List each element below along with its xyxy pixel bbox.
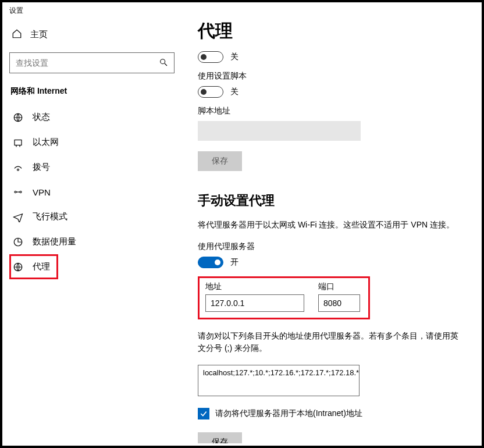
home-icon (12, 29, 22, 41)
sidebar-item-ethernet[interactable]: 以太网 (9, 130, 175, 155)
bypass-desc: 请勿对以下列条目开头的地址使用代理服务器。若有多个条目，请使用英文分号 (;) … (198, 330, 461, 354)
sidebar-item-label: 代理 (33, 261, 50, 272)
manual-proxy-desc: 将代理服务器用于以太网或 Wi-Fi 连接。这些设置不适用于 VPN 连接。 (198, 219, 461, 231)
svg-rect-3 (15, 140, 22, 145)
save-script-button[interactable]: 保存 (198, 151, 242, 171)
search-icon (159, 58, 168, 69)
dialup-icon (13, 162, 23, 173)
svg-point-7 (15, 191, 16, 193)
sidebar-item-airplane[interactable]: 飞行模式 (9, 204, 175, 229)
sidebar-item-label: VPN (33, 187, 51, 197)
sidebar-item-label: 数据使用量 (33, 236, 76, 247)
sidebar-item-data-usage[interactable]: 数据使用量 (9, 229, 175, 254)
sidebar-item-label: 飞行模式 (33, 211, 67, 222)
sidebar-item-dialup[interactable]: 拨号 (9, 155, 175, 180)
ethernet-icon (13, 137, 23, 148)
sidebar-item-proxy[interactable]: 代理 (9, 254, 58, 279)
use-proxy-label: 使用代理服务器 (198, 241, 461, 252)
vpn-icon (13, 187, 23, 197)
script-toggle-row: 关 (198, 86, 461, 98)
sidebar-item-label: 拨号 (33, 162, 50, 173)
settings-window: 设置 主页 网络和 Internet (0, 0, 484, 448)
svg-point-8 (20, 191, 22, 193)
port-label: 端口 (318, 282, 360, 292)
svg-line-1 (165, 63, 167, 66)
proxy-address-input[interactable] (205, 294, 304, 312)
script-label: 使用设置脚本 (198, 71, 461, 81)
use-proxy-toggle-row: 开 (198, 257, 461, 268)
content-area: 主页 网络和 Internet 状态 (6, 19, 478, 443)
script-toggle[interactable] (198, 86, 223, 98)
address-label: 地址 (205, 282, 304, 292)
sidebar-item-vpn[interactable]: VPN (9, 180, 175, 204)
use-proxy-state: 开 (230, 257, 239, 268)
proxy-icon (13, 262, 23, 272)
use-proxy-toggle[interactable] (198, 257, 223, 268)
save-proxy-button[interactable]: 保存 (198, 432, 242, 443)
search-input[interactable] (16, 53, 159, 73)
script-address-label: 脚本地址 (198, 106, 461, 116)
script-address-input[interactable] (198, 121, 361, 141)
auto-detect-toggle[interactable] (198, 51, 223, 63)
script-toggle-state: 关 (230, 87, 239, 97)
local-bypass-row[interactable]: 请勿将代理服务器用于本地(Intranet)地址 (198, 408, 461, 419)
main-panel: 代理 关 使用设置脚本 关 脚本地址 保存 手动设置代理 将代理服务器用于以太网… (180, 19, 478, 443)
sidebar-nav: 状态 以太网 拨号 V (9, 105, 175, 279)
sidebar: 主页 网络和 Internet 状态 (6, 19, 180, 443)
local-bypass-checkbox[interactable] (198, 408, 209, 419)
data-usage-icon (13, 237, 23, 247)
page-title: 代理 (198, 19, 461, 43)
sidebar-category: 网络和 Internet (10, 86, 173, 97)
manual-proxy-title: 手动设置代理 (198, 192, 461, 209)
svg-point-0 (161, 59, 165, 63)
airplane-icon (13, 212, 23, 222)
svg-point-6 (17, 169, 19, 170)
home-link[interactable]: 主页 (9, 23, 175, 47)
address-port-highlight: 地址 端口 (198, 276, 370, 319)
proxy-port-input[interactable] (318, 294, 360, 312)
search-box[interactable] (9, 52, 175, 73)
auto-detect-state: 关 (230, 52, 239, 62)
bypass-list-input[interactable]: localhost;127.*;10.*;172.16.*;172.17.*;1… (198, 365, 360, 396)
home-label: 主页 (30, 29, 48, 40)
local-bypass-label: 请勿将代理服务器用于本地(Intranet)地址 (215, 408, 362, 419)
globe-icon (13, 112, 23, 123)
auto-detect-toggle-row: 关 (198, 51, 461, 63)
sidebar-item-label: 状态 (33, 112, 50, 123)
sidebar-item-label: 以太网 (33, 137, 59, 148)
window-title: 设置 (6, 5, 478, 19)
sidebar-item-status[interactable]: 状态 (9, 105, 175, 130)
